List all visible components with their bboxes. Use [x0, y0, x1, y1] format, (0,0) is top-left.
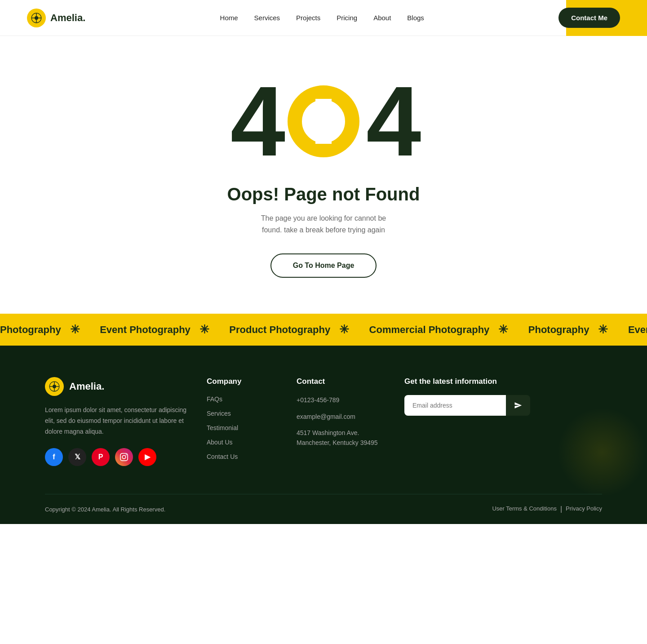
svg-point-7: [53, 385, 56, 388]
error-zero-ring: [288, 85, 359, 157]
ticker-text-4: Commercial Photography: [369, 324, 490, 336]
nav-home[interactable]: Home: [220, 14, 238, 22]
footer-contact-info: +0123-456-789 example@gmail.com 4517 Was…: [297, 395, 386, 448]
error-digit-right: 4: [366, 72, 417, 171]
nav-blogs[interactable]: Blogs: [407, 14, 424, 22]
footer-privacy-link[interactable]: Privacy Policy: [566, 505, 602, 513]
ticker-text-6: Event Photography: [628, 324, 647, 336]
error-digit-left: 4: [230, 72, 281, 171]
footer-services-link[interactable]: Services: [207, 410, 231, 417]
footer-company-col: Company FAQs Services Testimonial About …: [207, 377, 279, 467]
error-digit-zero: [285, 83, 362, 160]
twitter-button[interactable]: 𝕏: [68, 448, 86, 466]
newsletter-email-input[interactable]: [404, 395, 506, 416]
nav-services[interactable]: Services: [254, 14, 280, 22]
footer-legal-separator: |: [560, 505, 562, 513]
svg-point-1: [35, 16, 38, 19]
ticker-text-5: Photography: [528, 324, 589, 336]
ticker-item-3: Product Photography ✳: [229, 323, 349, 337]
footer-bottom: Copyright © 2024 Amelia. All Rights Rese…: [45, 494, 602, 524]
error-desc-line2: found. take a break before trying again: [262, 226, 385, 234]
footer-description: Lorem ipsum dolor sit amet, consectetur …: [45, 405, 189, 437]
ticker-text-1: Photography: [0, 324, 61, 336]
nav-logo-text: Amelia.: [50, 12, 85, 24]
footer-terms-link[interactable]: User Terms & Conditions: [492, 505, 557, 513]
footer-company-link-contact: Contact Us: [207, 453, 279, 461]
ticker-star-2: ✳: [199, 323, 209, 337]
facebook-button[interactable]: f: [45, 448, 63, 466]
footer-company-heading: Company: [207, 377, 279, 386]
footer-logo-text: Amelia.: [69, 381, 104, 392]
footer-about-link[interactable]: About Us: [207, 439, 233, 446]
error-title: Oops! Page not Found: [227, 184, 420, 204]
footer-brand: Amelia. Lorem ipsum dolor sit amet, cons…: [45, 377, 189, 467]
footer-company-link-testimonial: Testimonial: [207, 424, 279, 432]
footer: Amelia. Lorem ipsum dolor sit amet, cons…: [0, 346, 647, 524]
nav-logo[interactable]: Amelia.: [27, 9, 85, 27]
ticker-bar: Photography ✳ Event Photography ✳ Produc…: [0, 314, 647, 346]
newsletter-form: [404, 395, 530, 416]
ticker-item-4: Commercial Photography ✳: [369, 323, 509, 337]
navbar: Amelia. Home Services Projects Pricing A…: [0, 0, 647, 36]
footer-logo: Amelia.: [45, 377, 189, 396]
contact-me-button[interactable]: Contact Me: [558, 8, 620, 28]
footer-contact-link[interactable]: Contact Us: [207, 453, 238, 460]
nav-pricing[interactable]: Pricing: [337, 14, 357, 22]
send-icon: [514, 401, 522, 409]
footer-company-links: FAQs Services Testimonial About Us Conta…: [207, 395, 279, 461]
youtube-button[interactable]: ▶: [138, 448, 156, 466]
ticker-item-2: Event Photography ✳: [100, 323, 209, 337]
footer-legal-links: User Terms & Conditions | Privacy Policy: [492, 505, 602, 513]
ticker-star-1: ✳: [70, 323, 80, 337]
ticker-item-5: Photography ✳: [528, 323, 608, 337]
ticker-scroll: Photography ✳ Event Photography ✳ Produc…: [0, 323, 647, 337]
footer-logo-icon: [45, 377, 64, 396]
footer-contact-heading: Contact: [297, 377, 386, 386]
nav-about[interactable]: About: [373, 14, 391, 22]
footer-newsletter-col: Get the latest information: [404, 377, 530, 467]
ticker-star-5: ✳: [598, 323, 608, 337]
error-zero-gap-bottom: [315, 128, 332, 144]
error-description: The page you are looking for cannot be f…: [261, 213, 386, 235]
logo-icon: [27, 9, 46, 27]
footer-main: Amelia. Lorem ipsum dolor sit amet, cons…: [45, 377, 602, 467]
footer-testimonial-link[interactable]: Testimonial: [207, 424, 238, 431]
ticker-item-6: Event Photography ✳: [628, 323, 647, 337]
ticker-text-3: Product Photography: [229, 324, 330, 336]
footer-address: 4517 Washington Ave. Manchester, Kentuck…: [297, 428, 386, 448]
ticker-text-2: Event Photography: [100, 324, 191, 336]
error-page: 4 4 Oops! Page not Found The page you ar…: [0, 36, 647, 314]
ticker-star-4: ✳: [498, 323, 508, 337]
go-home-button[interactable]: Go To Home Page: [270, 253, 377, 278]
footer-faqs-link[interactable]: FAQs: [207, 395, 222, 403]
nav-links: Home Services Projects Pricing About Blo…: [220, 14, 424, 22]
error-number-display: 4 4: [230, 72, 417, 171]
instagram-button[interactable]: [115, 448, 133, 466]
newsletter-submit-button[interactable]: [506, 395, 530, 416]
footer-phone: +0123-456-789: [297, 395, 386, 405]
footer-company-link-faqs: FAQs: [207, 395, 279, 403]
pinterest-button[interactable]: P: [92, 448, 110, 466]
footer-contact-col: Contact +0123-456-789 example@gmail.com …: [297, 377, 386, 467]
footer-email: example@gmail.com: [297, 412, 386, 422]
error-desc-line1: The page you are looking for cannot be: [261, 214, 386, 222]
ticker-star-3: ✳: [339, 323, 349, 337]
footer-company-link-about: About Us: [207, 438, 279, 446]
footer-copyright: Copyright © 2024 Amelia. All Rights Rese…: [45, 506, 165, 513]
ticker-item-1: Photography ✳: [0, 323, 80, 337]
footer-newsletter-heading: Get the latest information: [404, 377, 530, 386]
footer-company-link-services: Services: [207, 409, 279, 417]
nav-projects[interactable]: Projects: [296, 14, 320, 22]
footer-socials: f 𝕏 P ▶: [45, 448, 189, 466]
error-zero-gap-top: [315, 99, 332, 115]
